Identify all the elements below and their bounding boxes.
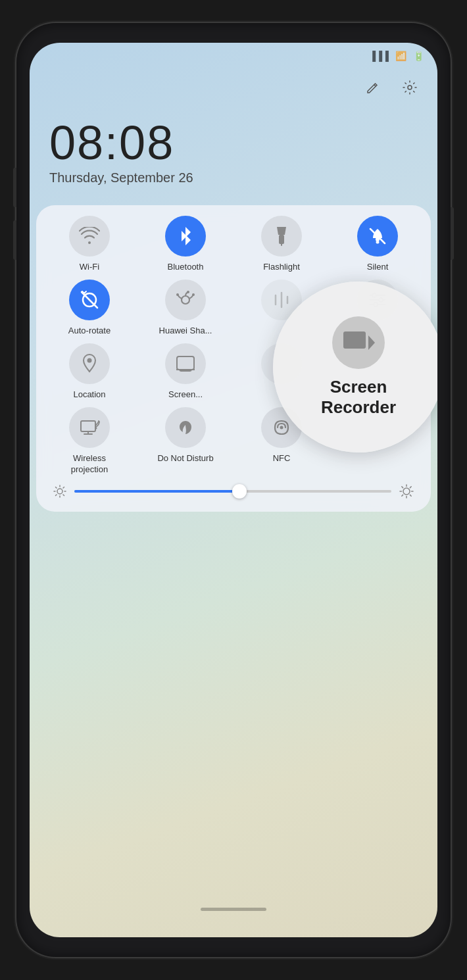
wifi-status-icon: 📶	[395, 51, 406, 61]
home-bar[interactable]	[201, 908, 266, 911]
screen-recorder-tooltip[interactable]: Screen Recorder	[273, 282, 437, 453]
dnd-label: Do Not Disturb	[157, 453, 213, 464]
svg-line-48	[402, 487, 403, 488]
screen-record-label: Screen...	[168, 389, 203, 401]
wifi-icon-circle	[69, 216, 110, 257]
autorotate-icon-circle	[69, 280, 110, 320]
phone-frame: ▐▐▐ 📶 🔋 08:08 Thursday,	[16, 23, 451, 957]
status-icons: ▐▐▐ 📶 🔋	[369, 51, 424, 61]
brightness-row	[43, 475, 424, 499]
svg-point-21	[87, 358, 92, 362]
clock-date: Thursday, September 26	[49, 170, 418, 185]
quick-item-location[interactable]: Location	[43, 343, 136, 401]
brightness-track[interactable]	[74, 490, 391, 493]
quick-item-flashlight[interactable]: Flashlight	[235, 216, 328, 273]
wifi-label: Wi-Fi	[80, 262, 99, 273]
brightness-low-icon	[53, 485, 66, 498]
screen-record-icon-circle	[165, 343, 206, 384]
svg-point-43	[403, 488, 410, 495]
svg-point-8	[182, 296, 189, 304]
svg-rect-22	[177, 356, 194, 370]
screen-recorder-label: Screen Recorder	[321, 377, 396, 418]
screen-recorder-icon	[332, 316, 385, 369]
location-icon-circle	[69, 343, 110, 384]
edit-button[interactable]	[361, 76, 385, 99]
svg-line-39	[56, 487, 57, 489]
quick-settings-panel: Wi-Fi Bluetooth	[36, 205, 431, 512]
dnd-icon-circle	[165, 407, 206, 448]
svg-line-41	[63, 487, 64, 489]
svg-point-30	[95, 427, 97, 429]
quick-item-wifi[interactable]: Wi-Fi	[43, 216, 136, 273]
volume-down-button[interactable]	[13, 220, 16, 260]
brightness-fill	[74, 490, 239, 493]
clock-area: 08:08 Thursday, September 26	[30, 99, 437, 192]
svg-point-34	[57, 489, 62, 494]
settings-button[interactable]	[398, 76, 422, 99]
nfc-label: NFC	[273, 453, 291, 464]
svg-line-49	[410, 495, 411, 497]
autorotate-label: Auto-rotate	[68, 326, 111, 337]
volume-up-button[interactable]	[13, 168, 16, 207]
phone-screen: ▐▐▐ 📶 🔋 08:08 Thursday,	[30, 43, 437, 937]
clock-time: 08:08	[49, 119, 418, 166]
header-icons	[30, 69, 437, 99]
svg-point-10	[176, 293, 179, 296]
huawei-share-icon-circle	[165, 280, 206, 320]
huawei-share-label: Huawei Sha...	[159, 326, 212, 337]
svg-rect-1	[279, 235, 284, 244]
svg-point-0	[408, 86, 412, 89]
quick-item-screen-record[interactable]: Screen...	[139, 343, 232, 401]
svg-rect-27	[81, 421, 95, 431]
silent-icon-circle	[357, 216, 398, 257]
flashlight-icon-circle	[261, 216, 302, 257]
svg-line-7	[82, 292, 97, 308]
brightness-high-icon	[399, 484, 414, 499]
svg-line-40	[63, 495, 64, 496]
location-label: Location	[73, 389, 105, 401]
svg-point-31	[280, 426, 283, 429]
quick-item-dnd[interactable]: Do Not Disturb	[139, 407, 232, 476]
bluetooth-label: Bluetooth	[168, 262, 204, 273]
wireless-projection-label: Wirelessprojection	[71, 453, 108, 476]
svg-marker-2	[277, 227, 286, 235]
bluetooth-icon-circle	[165, 216, 206, 257]
quick-item-huawei-share[interactable]: Huawei Sha...	[139, 280, 232, 337]
battery-icon: 🔋	[413, 51, 424, 61]
svg-point-5	[376, 241, 380, 244]
svg-line-50	[410, 487, 411, 488]
quick-item-silent[interactable]: Silent	[331, 216, 424, 273]
brightness-thumb[interactable]	[232, 484, 247, 499]
quick-item-wireless-projection[interactable]: Wirelessprojection	[43, 407, 136, 476]
quick-item-autorotate[interactable]: Auto-rotate	[43, 280, 136, 337]
svg-rect-32	[343, 331, 366, 349]
svg-marker-33	[368, 335, 375, 350]
svg-line-42	[56, 495, 57, 496]
signal-icon: ▐▐▐	[369, 51, 389, 61]
flashlight-label: Flashlight	[263, 262, 300, 273]
power-button[interactable]	[451, 207, 454, 260]
svg-point-11	[192, 293, 195, 296]
quick-settings-grid: Wi-Fi Bluetooth	[43, 216, 424, 475]
quick-item-bluetooth[interactable]: Bluetooth	[139, 216, 232, 273]
silent-label: Silent	[367, 262, 389, 273]
wireless-projection-icon-circle	[69, 407, 110, 448]
status-bar: ▐▐▐ 📶 🔋	[30, 43, 437, 69]
svg-point-9	[187, 291, 189, 293]
svg-line-51	[402, 495, 403, 497]
